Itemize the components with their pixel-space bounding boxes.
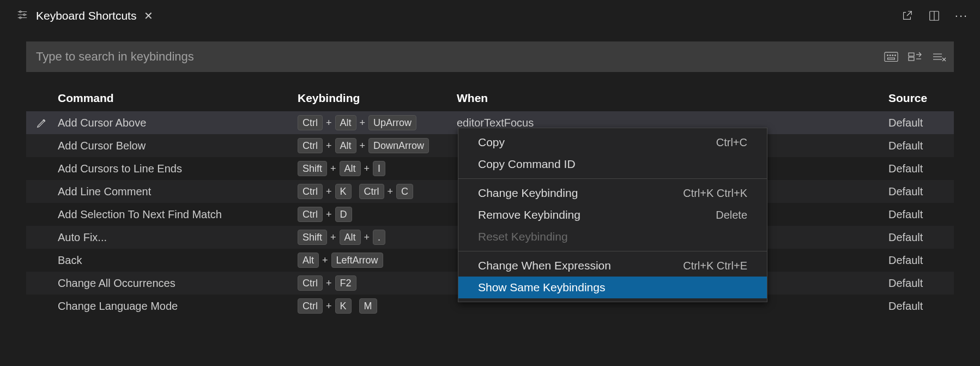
tab-keyboard-shortcuts[interactable]: Keyboard Shortcuts ✕ bbox=[7, 0, 163, 32]
menu-item[interactable]: Show Same Keybindings bbox=[458, 277, 767, 298]
menu-item-label: Change Keybinding bbox=[478, 187, 578, 200]
search-row bbox=[26, 41, 954, 72]
command-cell: Add Selection To Next Find Match bbox=[58, 208, 298, 221]
svg-rect-14 bbox=[909, 53, 914, 56]
command-cell: Add Cursor Below bbox=[58, 140, 298, 152]
menu-item-label: Copy Command ID bbox=[478, 158, 576, 171]
key-chip: K bbox=[335, 184, 352, 199]
source-cell: Default bbox=[888, 163, 954, 175]
menu-item-shortcut: Ctrl+K Ctrl+E bbox=[683, 260, 747, 272]
command-cell: Back bbox=[58, 254, 298, 267]
more-actions-icon[interactable]: ··· bbox=[955, 9, 968, 22]
menu-item-label: Copy bbox=[478, 136, 505, 149]
keybinding-cell: Shift+Alt+. bbox=[298, 230, 457, 245]
key-chip: D bbox=[335, 207, 352, 222]
keybinding-cell: Ctrl+KCtrl+C bbox=[298, 184, 457, 199]
key-chip: Ctrl bbox=[298, 184, 323, 199]
menu-item[interactable]: Remove KeybindingDelete bbox=[458, 204, 767, 226]
key-chip: Shift bbox=[298, 161, 327, 176]
menu-item-label: Remove Keybinding bbox=[478, 208, 580, 221]
menu-item-shortcut: Delete bbox=[716, 209, 747, 221]
record-keys-icon[interactable] bbox=[884, 51, 898, 63]
key-chip: Ctrl bbox=[298, 138, 323, 153]
keybinding-cell: Ctrl+D bbox=[298, 207, 457, 222]
menu-item[interactable]: Change When ExpressionCtrl+K Ctrl+E bbox=[458, 255, 767, 277]
source-cell: Default bbox=[888, 231, 954, 244]
search-actions bbox=[876, 51, 954, 63]
menu-item: Reset Keybinding bbox=[458, 226, 767, 248]
source-cell: Default bbox=[888, 277, 954, 290]
menu-separator bbox=[458, 251, 767, 251]
context-menu: CopyCtrl+CCopy Command IDChange Keybindi… bbox=[458, 128, 767, 302]
menu-item-shortcut: Ctrl+K Ctrl+K bbox=[683, 187, 747, 200]
key-chip: K bbox=[335, 298, 352, 314]
search-input[interactable] bbox=[26, 41, 876, 72]
clear-filter-icon[interactable] bbox=[932, 51, 946, 63]
split-editor-icon[interactable] bbox=[928, 9, 941, 22]
menu-item[interactable]: CopyCtrl+C bbox=[458, 131, 767, 153]
source-cell: Default bbox=[888, 185, 954, 198]
key-chip: Ctrl bbox=[298, 275, 323, 291]
command-cell: Add Cursors to Line Ends bbox=[58, 163, 298, 175]
svg-rect-8 bbox=[885, 52, 898, 62]
title-actions: ··· bbox=[900, 9, 973, 22]
menu-separator bbox=[458, 178, 767, 179]
svg-point-11 bbox=[892, 55, 893, 56]
key-chip: Ctrl bbox=[298, 115, 323, 130]
key-chip: Ctrl bbox=[359, 184, 384, 199]
menu-item[interactable]: Copy Command ID bbox=[458, 153, 767, 175]
table-header: Command Keybinding When Source bbox=[26, 87, 954, 111]
key-chip: Alt bbox=[335, 138, 356, 153]
key-chip: Alt bbox=[335, 115, 356, 130]
menu-item-label: Change When Expression bbox=[478, 259, 611, 272]
edit-icon-cell bbox=[26, 117, 58, 129]
key-chip: Shift bbox=[298, 230, 327, 245]
key-chip: M bbox=[359, 298, 377, 314]
menu-item-shortcut: Ctrl+C bbox=[716, 136, 747, 149]
open-json-icon[interactable] bbox=[900, 9, 914, 22]
menu-item-label: Show Same Keybindings bbox=[478, 281, 605, 294]
key-chip: UpArrow bbox=[368, 115, 416, 130]
menu-item[interactable]: Change KeybindingCtrl+K Ctrl+K bbox=[458, 182, 767, 204]
source-cell: Default bbox=[888, 117, 954, 129]
col-command[interactable]: Command bbox=[58, 92, 298, 105]
source-cell: Default bbox=[888, 300, 954, 313]
key-chip: . bbox=[373, 230, 385, 245]
settings-list-icon bbox=[16, 9, 28, 23]
keybinding-cell: Ctrl+Alt+UpArrow bbox=[298, 115, 457, 130]
key-chip: C bbox=[396, 184, 413, 199]
key-chip: DownArrow bbox=[368, 138, 429, 153]
menu-item-label: Reset Keybinding bbox=[478, 230, 568, 243]
svg-point-10 bbox=[890, 55, 891, 56]
source-cell: Default bbox=[888, 254, 954, 267]
col-source[interactable]: Source bbox=[888, 92, 954, 105]
source-cell: Default bbox=[888, 140, 954, 152]
key-chip: LeftArrow bbox=[331, 253, 383, 268]
key-chip: Alt bbox=[340, 161, 361, 176]
pencil-icon bbox=[36, 117, 48, 129]
svg-point-12 bbox=[894, 55, 896, 56]
keybinding-cell: Ctrl+Alt+DownArrow bbox=[298, 138, 457, 153]
svg-rect-15 bbox=[909, 57, 914, 61]
source-cell: Default bbox=[888, 208, 954, 221]
col-when[interactable]: When bbox=[457, 92, 888, 105]
key-chip: Ctrl bbox=[298, 298, 323, 314]
svg-point-9 bbox=[887, 55, 888, 56]
keybinding-cell: Alt+LeftArrow bbox=[298, 253, 457, 268]
key-chip: F2 bbox=[335, 275, 356, 291]
tab-label: Keyboard Shortcuts bbox=[36, 9, 136, 22]
keybinding-cell: Ctrl+KM bbox=[298, 298, 457, 314]
command-cell: Change Language Mode bbox=[58, 300, 298, 313]
sort-precedence-icon[interactable] bbox=[908, 51, 922, 63]
command-cell: Change All Occurrences bbox=[58, 277, 298, 290]
command-cell: Add Line Comment bbox=[58, 185, 298, 198]
svg-rect-13 bbox=[888, 58, 895, 59]
col-keybinding[interactable]: Keybinding bbox=[298, 92, 457, 105]
keybinding-cell: Shift+Alt+I bbox=[298, 161, 457, 176]
titlebar: Keyboard Shortcuts ✕ ··· bbox=[0, 0, 980, 32]
key-chip: Alt bbox=[340, 230, 361, 245]
key-chip: Ctrl bbox=[298, 207, 323, 222]
keybinding-cell: Ctrl+F2 bbox=[298, 275, 457, 291]
close-icon[interactable]: ✕ bbox=[144, 9, 153, 22]
command-cell: Add Cursor Above bbox=[58, 117, 298, 129]
